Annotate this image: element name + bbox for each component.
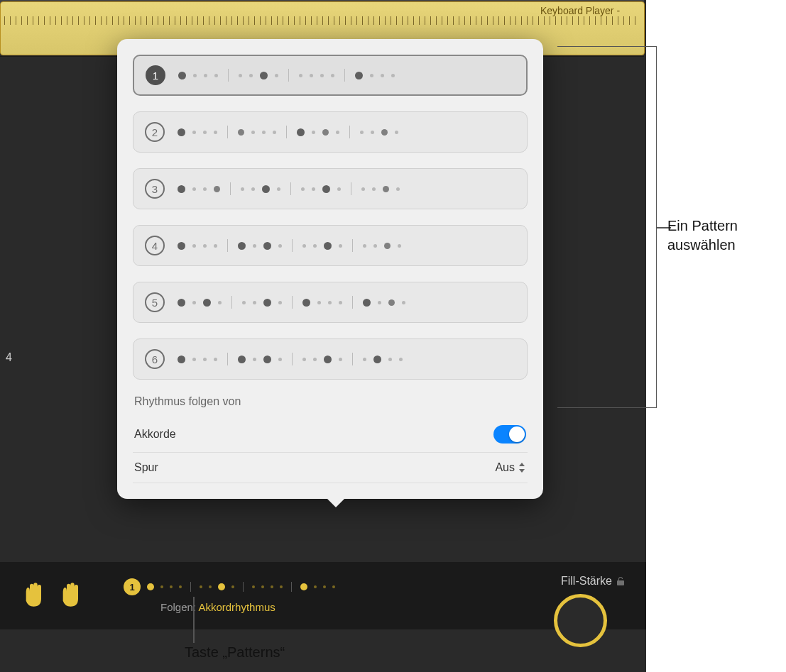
pattern-number: 2 (145, 122, 165, 142)
editor-bottom-bar: 1 Folgen: Akkordrhythmus Fill-Stärke (0, 562, 646, 629)
fill-strength-knob[interactable] (554, 594, 607, 647)
pattern-number: 6 (145, 349, 165, 369)
pattern-number-badge: 1 (124, 578, 141, 595)
patterns-popover: 123456 Rhythmus folgen von Akkorde Spur … (117, 39, 543, 499)
track-label: Spur (134, 461, 158, 474)
updown-icon (518, 463, 526, 473)
callout-select-pattern: Ein Pattern auswählen (667, 216, 738, 255)
callout-bracket (557, 46, 657, 408)
pattern-row-1[interactable]: 1 (133, 55, 528, 96)
right-hand-icon[interactable] (58, 582, 81, 610)
pattern-beats (178, 239, 515, 252)
callout-leader-line (193, 597, 195, 643)
pattern-row-5[interactable]: 5 (133, 282, 528, 323)
pattern-number: 3 (145, 179, 165, 199)
pattern-row-2[interactable]: 2 (133, 111, 528, 153)
pattern-number: 1 (146, 65, 165, 85)
pattern-beats (178, 296, 515, 309)
pattern-row-3[interactable]: 3 (133, 168, 528, 209)
fill-strength-label: Fill-Stärke (561, 575, 625, 588)
timeline-marker: 4 (6, 351, 12, 364)
track-setting-row: Spur Aus (133, 453, 528, 483)
track-dropdown[interactable]: Aus (495, 461, 526, 474)
unlock-icon[interactable] (616, 576, 625, 586)
annotation-background (646, 0, 786, 672)
pattern-beats (178, 353, 515, 365)
region-label: Keyboard Player - (540, 5, 620, 16)
follow-rhythm-label: Rhythmus folgen von (134, 395, 528, 408)
pattern-row-6[interactable]: 6 (133, 338, 528, 380)
pattern-beats (178, 126, 515, 138)
pattern-beats (178, 182, 515, 195)
patterns-follow-label: Folgen: Akkordrhythmus (160, 601, 275, 613)
pattern-row-4[interactable]: 4 (133, 225, 528, 266)
callout-patterns-button: Taste „Patterns“ (185, 644, 285, 661)
patterns-button[interactable]: 1 Folgen: Akkordrhythmus (124, 578, 335, 613)
chords-setting-row: Akkorde (133, 417, 528, 453)
left-hand-icon[interactable] (21, 582, 44, 610)
pattern-number: 4 (145, 236, 165, 255)
pattern-number: 5 (145, 292, 165, 312)
chords-label: Akkorde (134, 428, 176, 441)
pattern-beats (178, 69, 515, 82)
chords-toggle[interactable] (493, 425, 526, 444)
